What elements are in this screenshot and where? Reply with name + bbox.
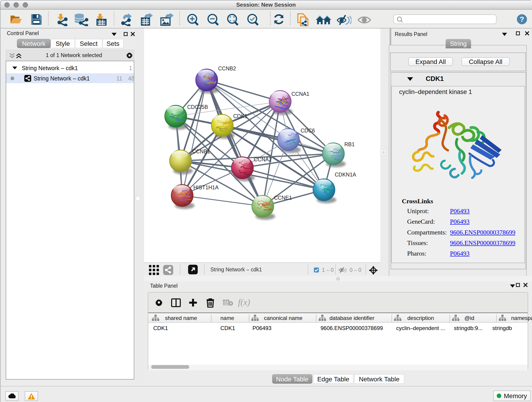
svg-text:HIST1H1A: HIST1H1A (193, 185, 219, 191)
svg-text:CDC25B: CDC25B (187, 104, 208, 110)
svg-text:CDC6: CDC6 (301, 128, 315, 134)
svg-text:?: ? (520, 15, 524, 23)
svg-text:CDKN1A: CDKN1A (335, 172, 356, 178)
svg-text:CCNE1: CCNE1 (274, 195, 292, 201)
svg-text:RB1: RB1 (344, 141, 355, 147)
svg-text:CCNA1: CCNA1 (291, 91, 309, 97)
svg-text:CCNB1: CCNB1 (192, 148, 210, 154)
svg-text:CCNB2: CCNB2 (218, 65, 236, 71)
svg-text:CCNA2: CCNA2 (254, 157, 272, 162)
svg-text:CDK1: CDK1 (233, 113, 247, 119)
